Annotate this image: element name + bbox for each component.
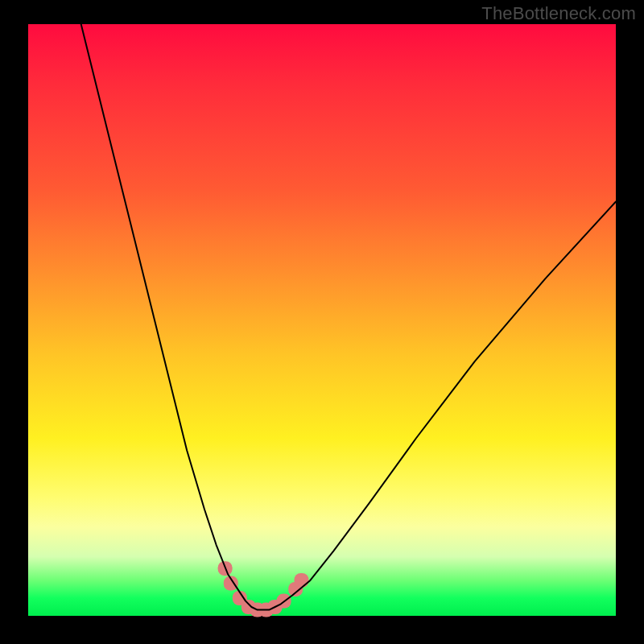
chart-frame: TheBottleneck.com — [0, 0, 644, 644]
plot-area — [28, 24, 616, 616]
valley-markers — [218, 561, 309, 617]
valley-marker — [295, 573, 309, 588]
watermark-text: TheBottleneck.com — [481, 3, 636, 24]
bottleneck-curve — [81, 24, 616, 610]
chart-svg — [28, 24, 616, 616]
